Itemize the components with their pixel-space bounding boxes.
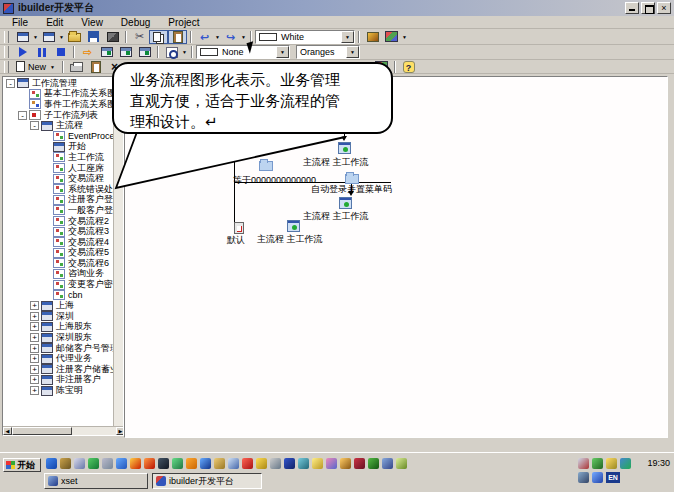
tree-item-陈宝明[interactable]: +陈宝明: [3, 385, 113, 396]
task-button-ibuilder[interactable]: ibuilder开发平台: [152, 473, 262, 489]
fi-folder-icon[interactable]: [259, 161, 273, 171]
tree-item-主流程[interactable]: -主流程: [3, 120, 113, 131]
globe-icon[interactable]: [228, 458, 239, 469]
acrobat-icon[interactable]: [242, 458, 253, 469]
fi-clipboard-icon[interactable]: [234, 222, 244, 234]
castle-icon[interactable]: [214, 458, 225, 469]
line-color-dropdown-icon[interactable]: ▼: [276, 46, 289, 58]
flow-node-label[interactable]: 主流程 主工作流: [257, 233, 323, 246]
new-form-dropdown-icon[interactable]: ▼: [32, 34, 39, 40]
realplayer-icon[interactable]: [144, 458, 155, 469]
fi-workflow-icon[interactable]: [338, 142, 351, 154]
flashget-icon[interactable]: [186, 458, 197, 469]
tree-expander-icon[interactable]: +: [30, 333, 39, 342]
menu-item-file[interactable]: File: [12, 17, 28, 28]
step-out-icon[interactable]: [135, 45, 154, 59]
messenger-icon[interactable]: [102, 458, 113, 469]
display-tray-icon[interactable]: [578, 472, 589, 483]
new-button[interactable]: New ▼: [13, 60, 59, 74]
redo-icon[interactable]: ↪: [221, 30, 240, 44]
tree-expander-icon[interactable]: +: [30, 365, 39, 374]
cut-icon[interactable]: ✂: [130, 30, 149, 44]
flow-node-label[interactable]: 主流程 主工作流: [303, 156, 369, 169]
tree-item-EventProcess[interactable]: EventProcess: [3, 131, 113, 142]
color-scheme-combo[interactable]: Oranges ▼: [296, 45, 360, 59]
scroll-right-icon[interactable]: ▶: [116, 427, 124, 435]
netscape-icon[interactable]: [60, 458, 71, 469]
fill-color-dropdown-icon[interactable]: ▼: [341, 31, 354, 43]
tree-expander-icon[interactable]: -: [6, 79, 15, 88]
add-form-icon[interactable]: [39, 30, 58, 44]
tree-item-变更客户密码[interactable]: 变更客户密码: [3, 279, 113, 290]
preview-dropdown-icon[interactable]: ▼: [181, 49, 188, 55]
build-icon[interactable]: [103, 30, 122, 44]
undo-icon[interactable]: ↩: [195, 30, 214, 44]
update-icon[interactable]: [340, 458, 351, 469]
tree-expander-icon[interactable]: +: [30, 312, 39, 321]
clock-icon[interactable]: [256, 458, 267, 469]
image-viewer-icon[interactable]: [396, 458, 407, 469]
input-method-icon[interactable]: [592, 472, 603, 483]
qq-penguin-icon[interactable]: [158, 458, 169, 469]
tree-item-cbn[interactable]: cbn: [3, 290, 113, 301]
tree-expander-icon[interactable]: -: [18, 111, 27, 120]
dialer-icon[interactable]: [270, 458, 281, 469]
save-icon[interactable]: [84, 30, 103, 44]
paint-icon[interactable]: [326, 458, 337, 469]
add-form-dropdown-icon[interactable]: ▼: [58, 34, 65, 40]
new-form-icon[interactable]: [13, 30, 32, 44]
redo-dropdown-icon[interactable]: ▼: [240, 34, 247, 40]
info-icon[interactable]: [284, 458, 295, 469]
task-button-xset[interactable]: xset: [44, 473, 148, 489]
color-scheme-dropdown-icon[interactable]: ▼: [346, 46, 359, 58]
line-color-combo[interactable]: None ▼: [196, 45, 290, 59]
winamp-icon[interactable]: [130, 458, 141, 469]
fi-workflow-icon[interactable]: [339, 197, 352, 209]
copy-icon[interactable]: [149, 30, 168, 44]
menu-item-view[interactable]: View: [81, 17, 103, 28]
open-icon[interactable]: [65, 30, 84, 44]
media-player-icon[interactable]: [88, 458, 99, 469]
new-dropdown-icon[interactable]: ▼: [49, 64, 56, 70]
image-icon[interactable]: [382, 30, 401, 44]
help-icon[interactable]: ?: [399, 60, 418, 74]
games-icon[interactable]: [368, 458, 379, 469]
menu-item-project[interactable]: Project: [168, 17, 199, 28]
menu-item-edit[interactable]: Edit: [46, 17, 63, 28]
flow-node-label[interactable]: 默认: [227, 234, 245, 247]
tree-expander-icon[interactable]: +: [30, 322, 39, 331]
tree-horizontal-scrollbar[interactable]: ◀ ▶: [3, 426, 124, 435]
help-circle-icon[interactable]: [200, 458, 211, 469]
image-dropdown-icon[interactable]: ▼: [401, 34, 408, 40]
start-button[interactable]: 开始: [3, 458, 41, 472]
run-icon[interactable]: [13, 45, 32, 59]
network-icon[interactable]: [578, 458, 589, 469]
tree-expander-icon[interactable]: +: [30, 354, 39, 363]
display-icon[interactable]: [298, 458, 309, 469]
mail-icon[interactable]: [74, 458, 85, 469]
notes-icon[interactable]: [312, 458, 323, 469]
menu-item-debug[interactable]: Debug: [121, 17, 150, 28]
ie-icon[interactable]: [46, 458, 57, 469]
paste-icon[interactable]: [168, 30, 187, 44]
paste-page-icon[interactable]: [86, 60, 105, 74]
tree-expander-icon[interactable]: +: [30, 386, 39, 395]
fi-workflow-icon[interactable]: [287, 220, 300, 232]
tree-expander-icon[interactable]: +: [30, 301, 39, 310]
flow-node-label[interactable]: 等于0000000000000: [233, 174, 316, 187]
undo-dropdown-icon[interactable]: ▼: [214, 34, 221, 40]
language-indicator[interactable]: EN: [606, 472, 620, 483]
pause-icon[interactable]: [32, 45, 51, 59]
flow-node-label[interactable]: 主流程 主工作流: [303, 210, 369, 223]
tree-expander-icon[interactable]: +: [30, 344, 39, 353]
preview-icon[interactable]: [162, 45, 181, 59]
search-icon[interactable]: [382, 458, 393, 469]
minimize-button-icon[interactable]: [625, 2, 639, 14]
step-over-icon[interactable]: [116, 45, 135, 59]
netmeeting-icon[interactable]: [620, 458, 631, 469]
stop-icon[interactable]: [51, 45, 70, 59]
browser-globe-icon[interactable]: [116, 458, 127, 469]
fill-color-combo[interactable]: White ▼: [255, 30, 355, 44]
print-icon[interactable]: [67, 60, 86, 74]
antivirus-icon[interactable]: [592, 458, 603, 469]
